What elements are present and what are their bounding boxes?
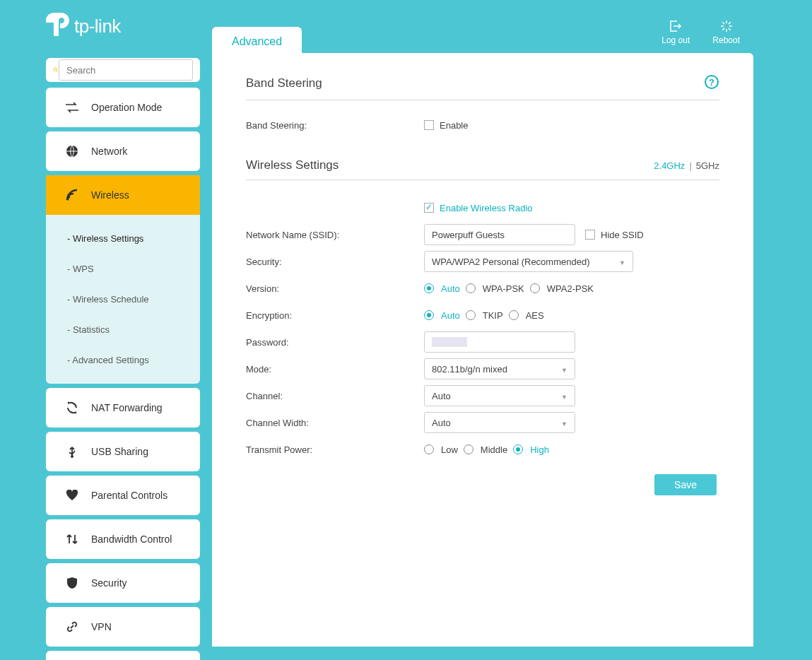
subnav-wireless-settings[interactable]: - Wireless Settings (46, 223, 200, 254)
nav-system-tools[interactable]: System Tools (46, 651, 200, 660)
ssid-input[interactable] (424, 224, 575, 245)
svg-text:?: ? (709, 77, 714, 88)
nav-operation-mode[interactable]: Operation Mode (46, 88, 200, 127)
nav-label: Wireless (91, 189, 129, 201)
search-input[interactable] (59, 59, 193, 81)
radio-icon (513, 444, 523, 454)
radio-icon (464, 444, 473, 454)
channel-width-select[interactable]: Auto (424, 412, 575, 433)
security-value: WPA/WPA2 Personal (Recommended) (432, 257, 589, 267)
refresh-icon (64, 401, 80, 414)
ssid-label: Network Name (SSID): (246, 230, 424, 240)
nav-label: VPN (91, 621, 112, 632)
nav-vpn[interactable]: VPN (46, 607, 200, 647)
band-separator: | (689, 160, 691, 171)
reboot-label: Reboot (712, 35, 740, 45)
band-steering-label: Band Steering: (246, 120, 424, 131)
chevron-down-icon (561, 364, 567, 375)
nav-label: Network (91, 146, 127, 157)
wireless-settings-heading: Wireless Settings (246, 158, 339, 172)
logout-button[interactable]: Log out (661, 20, 690, 45)
subnav-wps[interactable]: - WPS (46, 254, 200, 284)
nav-parental-controls[interactable]: Parental Controls (46, 476, 200, 515)
reboot-button[interactable]: Reboot (712, 20, 740, 45)
band-steering-enable-text: Enable (440, 120, 468, 131)
mode-select[interactable]: 802.11b/g/n mixed (424, 358, 575, 379)
nav-security[interactable]: Security (46, 563, 200, 603)
radio-icon (466, 310, 476, 320)
radio-icon (530, 283, 540, 293)
chevron-down-icon (561, 391, 567, 401)
main-content: Band Steering ? Band Steering: Enable Wi… (212, 53, 753, 647)
transmit-middle[interactable]: Middle (464, 444, 507, 455)
opt-label: Low (441, 444, 458, 455)
radio-icon (424, 283, 434, 293)
opt-label: Auto (441, 283, 460, 294)
nav-network[interactable]: Network (46, 131, 200, 171)
transmit-high[interactable]: High (513, 444, 549, 455)
password-input[interactable] (424, 331, 575, 353)
nav-wireless[interactable]: Wireless (46, 175, 200, 215)
version-auto[interactable]: Auto (424, 283, 460, 294)
encryption-auto[interactable]: Auto (424, 310, 460, 321)
logout-icon (669, 20, 683, 33)
channel-value: Auto (432, 391, 451, 401)
nav-nat-forwarding[interactable]: NAT Forwarding (46, 388, 200, 428)
channel-label: Channel: (246, 391, 424, 401)
nav-label: USB Sharing (91, 446, 148, 457)
band-24ghz[interactable]: 2.4GHz (654, 160, 685, 171)
bandwidth-icon (64, 533, 80, 546)
tp-link-logo-icon (46, 13, 70, 41)
help-icon[interactable]: ? (704, 74, 719, 93)
band-steering-heading: Band Steering (246, 76, 322, 90)
globe-icon (64, 145, 80, 158)
subnav-advanced-settings[interactable]: - Advanced Settings (46, 345, 200, 375)
enable-wireless-radio-label: Enable Wireless Radio (440, 203, 533, 213)
band-5ghz[interactable]: 5GHz (696, 160, 719, 171)
heart-icon (64, 490, 80, 501)
brand-logo: tp-link (46, 13, 121, 41)
version-wpa2[interactable]: WPA2-PSK (530, 283, 594, 294)
opt-label: Middle (481, 444, 507, 455)
wifi-icon (64, 189, 80, 201)
radio-icon (424, 310, 434, 320)
hide-ssid-checkbox[interactable] (585, 230, 595, 240)
transmit-power-label: Transmit Power: (246, 444, 424, 455)
shield-icon (64, 577, 80, 589)
usb-icon (64, 445, 80, 458)
encryption-tkip[interactable]: TKIP (466, 310, 503, 321)
security-select[interactable]: WPA/WPA2 Personal (Recommended) (424, 251, 633, 272)
save-button[interactable]: Save (654, 474, 717, 495)
svg-line-7 (722, 28, 724, 30)
brand-text: tp-link (74, 16, 121, 37)
svg-line-4 (722, 22, 724, 24)
reboot-icon (719, 20, 734, 33)
channel-width-label: Channel Width: (246, 418, 424, 428)
sidebar: Operation Mode Network Wireless - Wirele… (46, 58, 200, 660)
channel-width-value: Auto (432, 418, 451, 428)
enable-wireless-radio-checkbox[interactable] (424, 203, 434, 213)
nav-bandwidth-control[interactable]: Bandwidth Control (46, 519, 200, 559)
svg-line-5 (728, 28, 730, 30)
subnav-statistics[interactable]: - Statistics (46, 314, 200, 345)
svg-line-6 (728, 22, 730, 24)
band-steering-checkbox[interactable] (424, 120, 434, 130)
tab-advanced[interactable]: Advanced (212, 27, 302, 57)
search-box[interactable] (46, 58, 200, 82)
opt-label: WPA2-PSK (547, 283, 594, 294)
nav-usb-sharing[interactable]: USB Sharing (46, 432, 200, 471)
encryption-aes[interactable]: AES (509, 310, 544, 321)
svg-point-11 (67, 199, 69, 201)
chevron-down-icon (561, 418, 567, 428)
version-wpa[interactable]: WPA-PSK (466, 283, 524, 294)
wireless-subnav: - Wireless Settings - WPS - Wireless Sch… (46, 215, 200, 384)
operation-mode-icon (64, 102, 80, 113)
chevron-down-icon (619, 257, 625, 267)
version-label: Version: (246, 283, 424, 294)
transmit-low[interactable]: Low (424, 444, 458, 455)
opt-label: Auto (441, 310, 460, 321)
subnav-wireless-schedule[interactable]: - Wireless Schedule (46, 284, 200, 314)
channel-select[interactable]: Auto (424, 385, 575, 406)
link-icon (64, 620, 80, 633)
mode-label: Mode: (246, 364, 424, 375)
